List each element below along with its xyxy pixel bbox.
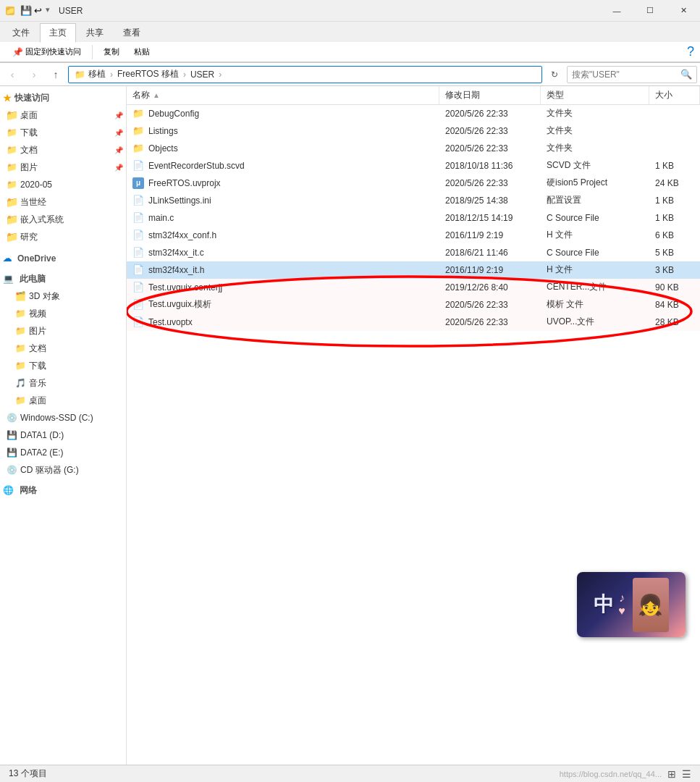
folder-icon: 📁 bbox=[75, 70, 85, 80]
file-row-conf-h[interactable]: 📄 stm32f4xx_conf.h 2016/11/9 2:19 H 文件 6… bbox=[127, 227, 700, 244]
up-button[interactable]: ↑ bbox=[46, 65, 65, 84]
back-button[interactable]: ‹ bbox=[3, 65, 22, 84]
tab-share[interactable]: 共享 bbox=[77, 23, 113, 42]
file-row-it-c[interactable]: 📄 stm32f4xx_it.c 2018/6/21 11:46 C Sourc… bbox=[127, 244, 700, 261]
search-input[interactable] bbox=[572, 70, 678, 80]
c-file-icon2: 📄 bbox=[132, 247, 144, 258]
col-header-size[interactable]: 大小 bbox=[649, 86, 700, 104]
file-row-moxi[interactable]: 📄 Test.uvguix.模析 2020/5/26 22:33 模析 文件 8… bbox=[127, 296, 700, 314]
music-icon: 🎵 bbox=[14, 377, 26, 389]
title-bar-left: 📁 💾 ↩ ▾ USER bbox=[6, 5, 83, 16]
view-icon-list[interactable]: ⊞ bbox=[667, 768, 676, 780]
breadcrumb-freertos[interactable]: FreeRTOS 移植 bbox=[117, 68, 179, 80]
main-layout: ★ 快速访问 📁 桌面 📌 📁 下载 📌 📁 文档 📌 📁 图片 📌 📁 202… bbox=[0, 86, 700, 765]
sidebar-section-onedrive[interactable]: ☁ OneDrive bbox=[0, 250, 126, 267]
thumbnail-figure: 👧 bbox=[633, 578, 669, 632]
dangshijing-icon: 📁 bbox=[6, 196, 17, 208]
refresh-button[interactable]: ↻ bbox=[545, 65, 564, 84]
sidebar-item-3dobjects[interactable]: 🗂️ 3D 对象 bbox=[0, 287, 126, 305]
h-file-icon: 📄 bbox=[132, 230, 144, 241]
thumbnail-subtext: ♪ ♥ bbox=[618, 592, 625, 618]
tab-file[interactable]: 文件 bbox=[3, 23, 39, 42]
quick-access-toolbar: 💾 ↩ ▾ bbox=[20, 5, 50, 16]
sidebar-item-downloads1[interactable]: 📁 下载 📌 bbox=[0, 124, 126, 141]
sidebar-section-quickaccess: ★ 快速访问 bbox=[0, 89, 126, 106]
file-row-scvd[interactable]: 📄 EventRecorderStub.scvd 2018/10/18 11:3… bbox=[127, 157, 700, 175]
search-box: 🔍 bbox=[567, 66, 697, 83]
file-row-main-c[interactable]: 📄 main.c 2018/12/15 14:19 C Source File … bbox=[127, 209, 700, 227]
help-button[interactable]: ? bbox=[687, 44, 694, 59]
file-row-jlink[interactable]: 📄 JLinkSettings.ini 2018/9/25 14:38 配置设置… bbox=[127, 192, 700, 209]
sidebar-item-d-drive[interactable]: 💾 DATA1 (D:) bbox=[0, 426, 126, 444]
sidebar-section-thispc[interactable]: 💻 此电脑 bbox=[0, 270, 126, 287]
forward-button[interactable]: › bbox=[25, 65, 43, 84]
minimize-button[interactable]: — bbox=[600, 0, 633, 22]
file-row-objects[interactable]: 📁 Objects 2020/5/26 22:33 文件夹 bbox=[127, 140, 700, 157]
tab-home[interactable]: 主页 bbox=[40, 23, 76, 43]
breadcrumb-user[interactable]: USER bbox=[190, 70, 214, 80]
file-row-freertos-proj[interactable]: μ FreeRTOS.uvprojx 2020/5/26 22:33 硬isio… bbox=[127, 175, 700, 192]
sidebar-item-c-drive[interactable]: 💿 Windows-SSD (C:) bbox=[0, 409, 126, 426]
maximize-button[interactable]: ☐ bbox=[633, 0, 667, 22]
sidebar-item-embedded[interactable]: 📁 嵌入式系统 bbox=[0, 211, 126, 228]
close-button[interactable]: ✕ bbox=[667, 0, 700, 22]
col-header-date[interactable]: 修改日期 bbox=[439, 86, 541, 104]
d-drive-icon: 💾 bbox=[6, 429, 17, 441]
sidebar-item-e-drive[interactable]: 💾 DATA2 (E:) bbox=[0, 444, 126, 461]
ribbon-paste-btn[interactable]: 粘贴 bbox=[127, 44, 156, 59]
tab-view[interactable]: 查看 bbox=[114, 23, 150, 42]
folder-icon: 📁 bbox=[132, 108, 144, 119]
e-drive-icon: 💾 bbox=[6, 447, 17, 458]
search-icon[interactable]: 🔍 bbox=[680, 69, 692, 80]
folder-icon: 📁 bbox=[132, 125, 144, 137]
window-controls: — ☐ ✕ bbox=[600, 0, 700, 22]
sidebar-item-docs1[interactable]: 📁 文档 📌 bbox=[0, 141, 126, 159]
file-row-debugconfig[interactable]: 📁 DebugConfig 2020/5/26 22:33 文件夹 bbox=[127, 105, 700, 122]
pics2-icon: 📁 bbox=[14, 325, 26, 337]
view-icon-detail[interactable]: ☰ bbox=[682, 768, 691, 780]
sidebar-item-2020-05[interactable]: 📁 2020-05 bbox=[0, 176, 126, 193]
sidebar-item-desktop2[interactable]: 📁 桌面 bbox=[0, 392, 126, 409]
sidebar-item-docs2[interactable]: 📁 文档 bbox=[0, 340, 126, 357]
file-row-it-h[interactable]: 📄 stm32f4xx_it.h 2016/11/9 2:19 H 文件 3 K… bbox=[127, 261, 700, 279]
teal-h-icon: 📄 bbox=[132, 264, 144, 276]
file-row-listings[interactable]: 📁 Listings 2020/5/26 22:33 文件夹 bbox=[127, 122, 700, 140]
ribbon-copy-btn[interactable]: 复制 bbox=[97, 44, 126, 59]
sidebar-section-network[interactable]: 🌐 网络 bbox=[0, 482, 126, 499]
sidebar-item-desktop1[interactable]: 📁 桌面 📌 bbox=[0, 106, 126, 124]
folder-icon: 📁 bbox=[6, 109, 17, 121]
ini-icon: 📄 bbox=[132, 195, 144, 206]
col-header-type[interactable]: 类型 bbox=[541, 86, 649, 104]
videos-icon: 📁 bbox=[14, 308, 26, 319]
watermark: https://blog.csdn.net/qq_44... bbox=[560, 770, 662, 778]
address-bar-area: ‹ › ↑ 📁 移植 › FreeRTOS 移植 › USER › ↻ 🔍 bbox=[0, 63, 700, 86]
g-drive-icon: 💿 bbox=[6, 464, 17, 476]
sidebar-item-g-drive[interactable]: 💿 CD 驱动器 (G:) bbox=[0, 461, 126, 479]
file-row-uvoptx[interactable]: 📄 Test.uvoptx 2020/5/26 22:33 UVOP...文件 … bbox=[127, 314, 700, 331]
file-row-centerjj[interactable]: 📄 Test.uvguix.centerjj 2019/12/26 8:40 C… bbox=[127, 279, 700, 296]
docs-folder-icon: 📁 bbox=[6, 144, 17, 156]
window-icon: 📁 bbox=[6, 7, 14, 15]
file-icon: 📄 bbox=[132, 160, 144, 172]
sidebar-item-downloads2[interactable]: 📁 下载 bbox=[0, 357, 126, 374]
sidebar-item-research[interactable]: 📁 研究 bbox=[0, 228, 126, 245]
sidebar-item-pics1[interactable]: 📁 图片 📌 bbox=[0, 159, 126, 176]
ribbon-pin-btn[interactable]: 📌 固定到快速访问 bbox=[6, 44, 88, 59]
column-headers: 名称 ▲ 修改日期 类型 大小 bbox=[127, 86, 700, 105]
downloads2-icon: 📁 bbox=[14, 360, 26, 371]
desktop2-icon: 📁 bbox=[14, 395, 26, 406]
breadcrumb-migrate[interactable]: 移植 bbox=[88, 68, 106, 80]
address-bar[interactable]: 📁 移植 › FreeRTOS 移植 › USER › bbox=[68, 66, 542, 83]
pics-folder-icon: 📁 bbox=[6, 161, 17, 173]
thumbnail-text: 中 bbox=[594, 591, 614, 618]
sidebar-item-dangshijing[interactable]: 📁 当世经 bbox=[0, 193, 126, 211]
sidebar-item-videos[interactable]: 📁 视频 bbox=[0, 305, 126, 322]
c-file-icon: 📄 bbox=[132, 212, 144, 224]
sidebar-item-pics2[interactable]: 📁 图片 bbox=[0, 322, 126, 340]
ribbon-content: 📌 固定到快速访问 复制 粘贴 ? bbox=[0, 42, 700, 62]
col-header-name[interactable]: 名称 ▲ bbox=[127, 86, 439, 104]
sidebar-item-music[interactable]: 🎵 音乐 bbox=[0, 374, 126, 392]
highlighted-group: 📄 Test.uvguix.centerjj 2019/12/26 8:40 C… bbox=[127, 279, 700, 331]
uvoptx-icon: 📄 bbox=[132, 316, 144, 328]
download-folder-icon: 📁 bbox=[6, 127, 17, 138]
